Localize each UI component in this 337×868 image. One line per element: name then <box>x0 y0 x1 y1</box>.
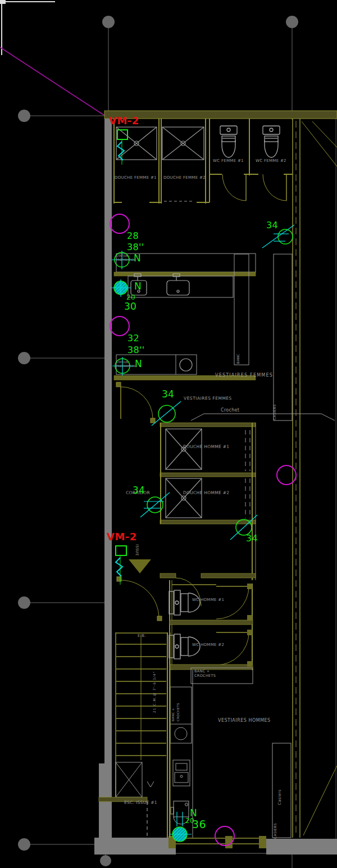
room-label-wc-homme-1: WC HOMME #1 <box>192 598 224 602</box>
floorplan-drawing <box>0 0 337 868</box>
fixture-label-banc: BANC <box>236 354 240 364</box>
shower-base-icon <box>166 429 202 469</box>
fixture-label-casiers-hommes: CASIERS <box>274 823 277 839</box>
lockers-casiers <box>274 254 292 421</box>
stair-note: 21 C.M.@ 7'-6 3/4" <box>153 671 156 713</box>
annotation-38in: 38'' <box>127 346 144 355</box>
fixture-label-crochet: Crochet <box>221 408 239 413</box>
grid-bubble <box>286 16 298 28</box>
fixture-label-casiers-script: Casiers <box>278 789 282 805</box>
annotation-34: 34 <box>133 486 145 495</box>
shower-base-icon <box>116 127 157 160</box>
highlight-circle <box>110 317 129 336</box>
annotation-n: N <box>135 359 142 369</box>
annotation-32: 32 <box>127 334 139 343</box>
room-label-wc-femme-2: WC FEMME #2 <box>256 159 286 163</box>
sprinkler-symbol-34 <box>140 492 170 517</box>
bench-banc <box>234 254 249 365</box>
annotation-36: 36 <box>192 819 206 830</box>
lavabo-icon <box>173 760 190 786</box>
viewport-corner-marks <box>0 0 55 55</box>
vm2-tag-bottom: VM-2 <box>107 532 137 542</box>
counter-note-line2: PREPARATION <box>116 259 135 261</box>
annotation-34: 34 <box>162 390 174 399</box>
annotation-38in: 38'' <box>127 243 144 252</box>
counter-note-line1: STATION <box>116 361 128 364</box>
counter-note-line2: PREPARATION <box>116 365 135 368</box>
highlight-circle <box>110 214 129 233</box>
fixture-label-casiers: CASIERS <box>273 404 276 420</box>
room-label-wc-femme-1: WC FEMME #1 <box>213 159 244 163</box>
grid-bubble <box>100 855 111 866</box>
toilet-icon <box>220 126 237 157</box>
room-label-douche-homme-1: DOUCHE HOMME #1 <box>183 445 229 449</box>
room-label-vestiaires-femmes: VESTIAIRES FEMMES <box>215 373 273 378</box>
fixture-label-banc-crochets-2: CROCHETS <box>194 674 216 678</box>
stair-direction-arrow <box>147 781 154 787</box>
stair-label-eb: E.B. <box>138 634 146 638</box>
grid-bubble <box>18 110 30 122</box>
magenta-highlight-circles <box>110 214 296 846</box>
toilet-icon <box>263 126 280 157</box>
counter-note-line1: STATION <box>116 255 128 257</box>
fixture-label-banc-crochets-1: BANC + <box>194 670 210 673</box>
annotation-20: 20 <box>126 294 135 301</box>
homme-fixture-column <box>170 670 193 838</box>
fixture-label-banc-crochets-v1: BANC + <box>172 708 175 721</box>
wc-homme-block <box>169 580 253 838</box>
basin-icon <box>180 359 192 371</box>
douche-femme-stalls <box>114 119 210 204</box>
annotation-34: 34 <box>266 221 278 230</box>
exit-arrow-icon <box>129 559 151 573</box>
highlight-circle <box>277 465 296 485</box>
room-label-douche-homme-2: DOUCHE HOMME #2 <box>183 491 229 495</box>
grid-bubble <box>102 16 115 28</box>
magenta-leader-line <box>0 47 105 116</box>
grid-bubbles <box>18 16 298 866</box>
shower-base-icon <box>162 127 204 160</box>
sink-icon <box>167 274 189 295</box>
room-label-douche-femme-2: DOUCHE FEMME #2 <box>163 176 206 180</box>
annotation-28: 28 <box>127 232 139 241</box>
floorplan-canvas: VM-2 VM-2 DOUCHE FEMME #1 DOUCHE FEMME #… <box>0 0 337 868</box>
vestiaire-femme-door <box>116 382 155 423</box>
annotation-34: 34 <box>246 534 258 543</box>
grid-bubble <box>18 838 30 851</box>
shower-base-icon <box>166 478 202 518</box>
toilet-side-icon <box>169 590 200 615</box>
exit-label-issue: ISSUE <box>135 544 139 556</box>
grid-bubble <box>18 352 30 364</box>
vm2-tag-top: VM-2 <box>109 116 139 126</box>
room-label-douche-femme-1: DOUCHE FEMME #1 <box>115 176 157 180</box>
room-label-vestiaires-femmes-2: VESTIAIRES FEMMES <box>184 396 232 401</box>
coat-hook-rail <box>191 414 335 421</box>
basin-icon <box>175 727 187 740</box>
room-label-vestiaires-hommes: VESTIAIRES HOMMES <box>218 718 271 723</box>
sprinkler-symbol-34 <box>152 401 181 426</box>
fixture-label-banc-crochets-v2: CROCHETS <box>177 703 180 721</box>
annotation-n: N <box>134 282 142 291</box>
room-label-wc-homme-2: WC HOMME #2 <box>192 643 224 647</box>
grid-bubble <box>18 596 30 609</box>
door-jambs <box>247 584 252 667</box>
annotation-30: 30 <box>124 302 136 311</box>
room-label-esc-issue-1: ESC. ISSUE #1 <box>124 801 157 805</box>
